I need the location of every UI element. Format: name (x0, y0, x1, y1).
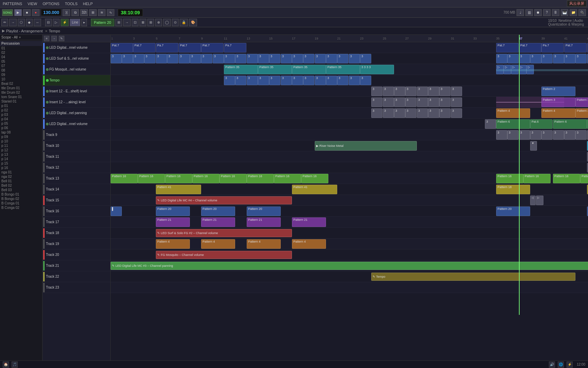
track-row-5[interactable]: Insert 12 - E...shelf) level (43, 86, 110, 97)
pattern-block-t19-1[interactable]: Pattern 4 (156, 239, 190, 249)
arrangement-track-14[interactable]: Pattern 41 Pattern 41 Pattern 18 Pattern… (111, 184, 588, 195)
pattern-block-t17-3[interactable]: Pattern 21 (247, 217, 281, 227)
pattern-block-t1-9[interactable]: Pa.7 (541, 43, 564, 52)
brush-tool-btn[interactable]: ◆ (26, 19, 33, 26)
sidebar-item-08[interactable]: 08 (0, 68, 42, 73)
pattern-block-t4-13[interactable]: 3 (360, 76, 371, 85)
arrangement-track-3[interactable]: Pattern 35 Pattern 35 Pattern 35 Pattern… (111, 64, 588, 75)
play-btn[interactable]: ▶ (14, 9, 22, 16)
sidebar-item-09[interactable]: 09 (0, 73, 42, 77)
pattern-block-t13-6[interactable]: Pattern 16 (247, 174, 274, 183)
pattern-block-t8-4[interactable]: Pattern 6 (553, 119, 587, 129)
pattern-block-t6-6[interactable]: 3 (428, 97, 439, 107)
track-header-btn-2[interactable]: → (51, 36, 57, 41)
system-tray-icon-2[interactable]: 🌐 (558, 362, 564, 368)
pattern-block-t16-5[interactable]: Pattern 20 (496, 206, 530, 216)
pattern-block-t9-3[interactable]: 3 (519, 130, 530, 140)
track-vol-2[interactable] (46, 57, 49, 60)
arrangement-track-22[interactable]: ✎ Tempo (111, 271, 588, 282)
sidebar-item-p11[interactable]: p 11 (0, 143, 42, 148)
pattern-block-t19-2[interactable]: Pattern 4 (201, 239, 235, 249)
sidebar-item-p04[interactable]: p 04 (0, 117, 42, 121)
lock-btn[interactable]: 🔒 (180, 19, 188, 26)
pattern-block-t1-5[interactable]: Pat.7 (201, 43, 224, 52)
pattern-block-t6-1[interactable]: 3 (371, 97, 382, 107)
arrangement-track-10[interactable]: ▶ Riser Noise Metal ▼ Pattern 9 Pattern … (111, 140, 588, 151)
track-row-10[interactable]: Track 10 (43, 140, 110, 151)
sidebar-item-bconga01[interactable]: B Conga 01 (0, 201, 42, 205)
pattern-block-t3-2[interactable]: Pattern 35 (258, 65, 292, 74)
breadcrumb-playlist[interactable]: Playlist - Arrangement (6, 29, 43, 33)
pattern-block-t13-4[interactable]: Pattern 16 (192, 174, 219, 183)
snap-tool-btn[interactable]: ▷ (53, 19, 60, 26)
pattern-block-t5-7[interactable]: 3 (439, 87, 451, 96)
line-snap-btn[interactable]: Line (70, 19, 80, 26)
pattern-block-t7-5[interactable]: 3 (417, 108, 428, 118)
sidebar-item-bell02[interactable]: Bell 02 (0, 183, 42, 188)
transport-icon-1[interactable]: ⟩| (63, 9, 70, 16)
sidebar-item-p14[interactable]: p 14 (0, 157, 42, 161)
track-row-23[interactable]: Track 23 (43, 282, 110, 293)
pattern-block-t2-24[interactable]: 3 (496, 54, 507, 63)
track-vol-4[interactable] (46, 79, 49, 82)
arrangement-track-1[interactable]: Pat.7 Pat.7 Pa.7 Pat.7 Pat.7 Pa.7 Pat.7 … (111, 42, 588, 53)
pattern-block-t4-11[interactable]: 3 (337, 76, 348, 85)
mute-btn[interactable]: ◯ (163, 19, 171, 26)
track-row-9[interactable]: Track 9 (43, 129, 110, 140)
pattern-block-t13-7[interactable]: Pattern 16 (274, 174, 301, 183)
track-vol-8[interactable] (46, 123, 49, 125)
pattern-block-t16-4[interactable]: Pattern 20 (247, 206, 281, 216)
track-row-19[interactable]: Track 19 (43, 239, 110, 249)
track-vol-3[interactable] (46, 68, 49, 71)
pattern-block-t4-9[interactable]: 3 (315, 76, 326, 85)
track-header-btn-1[interactable]: ≡ (44, 36, 49, 41)
pattern-block-t9-2[interactable]: 3 (507, 130, 519, 140)
track-row-3[interactable]: FG Mosquit...nel volume (43, 64, 110, 75)
pattern-block-t7-11[interactable]: Pattern 4 (575, 108, 588, 118)
arrangement-area[interactable]: 1 3 5 7 9 11 13 15 17 19 21 23 25 27 29 … (111, 35, 588, 361)
pattern-block-t13-5[interactable]: Pattern 16 (219, 174, 247, 183)
pattern-block-t2-12[interactable]: 3 (235, 54, 246, 63)
pattern-block-t10-1[interactable]: ▼ (530, 141, 537, 151)
sidebar-item-p01[interactable]: p 01 (0, 104, 42, 108)
track-row-13[interactable]: Track 13 (43, 173, 110, 184)
sidebar-item-bbongo01[interactable]: B Bongo 01 (0, 192, 42, 197)
pattern-block-t8-3[interactable]: Pat.6 (530, 119, 553, 129)
track-row-17[interactable]: Track 17 (43, 217, 110, 228)
track-row-22[interactable]: Track 22 (43, 271, 110, 282)
pattern-block-t3-4[interactable]: Pattern 35 (326, 65, 360, 74)
track-vol-1[interactable] (46, 46, 49, 49)
pattern-block-t2-27[interactable]: 3 (530, 54, 541, 63)
menu-view[interactable]: VIEW (26, 2, 38, 6)
pattern-arrow-btn[interactable]: → (123, 19, 131, 26)
song-mode-btn[interactable]: SONG (2, 9, 13, 16)
arrangement-track-5[interactable]: 3 3 3 3 3 3 3 3 Pattern 2 Pattern 2 (111, 86, 588, 97)
bottom-icon-1[interactable]: 🏠 (3, 362, 9, 368)
piano-roll-btn[interactable]: 🎹 (561, 9, 568, 16)
pattern-block-t17-4[interactable]: Pattern 21 (292, 217, 326, 227)
pattern-block-t15-2[interactable]: ▷ (536, 196, 543, 205)
pattern-block-t2-14[interactable]: 3 (258, 54, 269, 63)
pattern-block-t1-10[interactable]: Pat.7 (564, 43, 587, 52)
pattern-block-t2-1[interactable]: 3 (111, 54, 122, 63)
track-vol-6[interactable] (46, 101, 49, 104)
pattern-block-t7-3[interactable]: 3 (394, 108, 405, 118)
arrangement-track-23[interactable] (111, 282, 588, 293)
pattern-block-t7-10[interactable]: Pattern 4 (541, 108, 575, 118)
transport-icon-6[interactable]: ∿ (107, 9, 114, 16)
pattern-block-t2-17[interactable]: 3 (292, 54, 303, 63)
pattern-block-t2-28[interactable]: 3 (541, 54, 553, 63)
arrangement-track-17[interactable]: Pattern 21 Pattern 21 Pattern 21 Pattern… (111, 217, 588, 228)
arrangement-track-9[interactable]: 3 3 3 3 3 3 3 3 3 3 3 3 (111, 129, 588, 140)
browser-btn[interactable]: 📁 (570, 9, 577, 16)
automation-block-t21[interactable]: ✎ LED Digital Life MC #3 – Channel panni… (111, 262, 588, 270)
pattern-block-t5-2[interactable]: 3 (383, 87, 394, 96)
pattern-block-t2-20[interactable]: 3 (326, 54, 337, 63)
sidebar-item-nga01[interactable]: nga 01 (0, 170, 42, 174)
pattern-block-t3-3[interactable]: Pattern 35 (292, 65, 326, 74)
pattern-block-t2-25[interactable]: 3 (507, 54, 519, 63)
track-row-7[interactable]: LED Digital...nel panning (43, 108, 110, 119)
pattern-block-t5-5[interactable]: 3 (417, 87, 428, 96)
pattern-block-t13-1[interactable]: Pattern 16 (111, 174, 138, 183)
pattern-block-t19-3[interactable]: Pattern 4 (247, 239, 281, 249)
